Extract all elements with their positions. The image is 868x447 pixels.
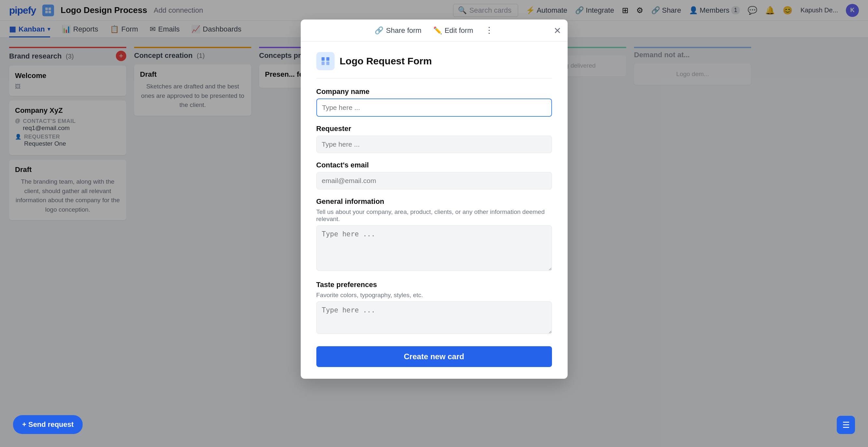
modal-topbar: 🔗 Share form ✏️ Edit form ⋮ ✕	[301, 20, 567, 42]
edit-form-label: Edit form	[444, 26, 473, 35]
svg-rect-6	[321, 62, 324, 65]
modal-overlay: 🔗 Share form ✏️ Edit form ⋮ ✕	[0, 0, 868, 447]
sublabel-taste-prefs: Favorite colors, typography, styles, etc…	[316, 291, 552, 299]
label-contacts-email: Contact's email	[316, 161, 552, 169]
input-contacts-email[interactable]	[316, 172, 552, 190]
more-options-button[interactable]: ⋮	[485, 25, 493, 35]
label-general-info: General information	[316, 197, 552, 206]
form-header: Logo Request Form	[316, 52, 552, 78]
list-icon: ☰	[842, 420, 850, 430]
label-company-name: Company name	[316, 88, 552, 96]
textarea-taste-prefs[interactable]	[316, 301, 552, 334]
textarea-general-info[interactable]	[316, 225, 552, 271]
link-icon: 🔗	[375, 26, 383, 35]
input-requester[interactable]	[316, 136, 552, 153]
form-title: Logo Request Form	[340, 56, 432, 67]
close-button[interactable]: ✕	[554, 25, 561, 36]
edit-form-button[interactable]: ✏️ Edit form	[433, 26, 473, 35]
sublabel-general-info: Tell us about your company, area, produc…	[316, 208, 552, 223]
svg-rect-5	[326, 57, 329, 61]
field-taste-prefs: Taste preferences Favorite colors, typog…	[316, 281, 552, 336]
share-form-button[interactable]: 🔗 Share form	[375, 26, 422, 35]
form-modal: 🔗 Share form ✏️ Edit form ⋮ ✕	[301, 20, 567, 379]
svg-rect-4	[321, 57, 324, 61]
field-requester: Requester	[316, 125, 552, 153]
label-requester: Requester	[316, 125, 552, 133]
modal-body: Logo Request Form Company name Requester…	[301, 42, 567, 379]
label-taste-prefs: Taste preferences	[316, 281, 552, 289]
field-general-info: General information Tell us about your c…	[316, 197, 552, 273]
field-company-name: Company name	[316, 88, 552, 117]
form-icon	[316, 52, 335, 70]
pencil-icon: ✏️	[433, 26, 442, 35]
field-contacts-email: Contact's email	[316, 161, 552, 190]
list-view-button[interactable]: ☰	[837, 416, 855, 434]
share-form-label: Share form	[386, 26, 422, 35]
input-company-name[interactable]	[316, 99, 552, 117]
create-card-button[interactable]: Create new card	[316, 346, 552, 367]
send-request-button[interactable]: + Send request	[13, 415, 83, 434]
svg-rect-7	[326, 62, 329, 65]
